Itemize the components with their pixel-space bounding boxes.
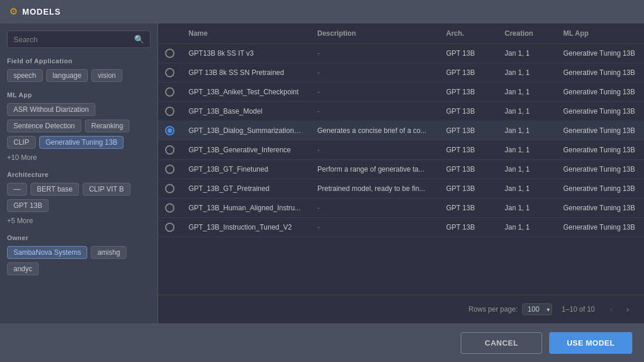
row-description: - xyxy=(310,146,439,154)
radio-button[interactable] xyxy=(165,68,174,77)
row-description: - xyxy=(310,107,439,115)
col-ml-app: ML App xyxy=(556,29,644,37)
row-creation: Jan 1, 1 xyxy=(498,146,556,154)
tag-reranking[interactable]: Reranking xyxy=(85,119,130,132)
row-select[interactable] xyxy=(158,223,181,232)
tag-speech[interactable]: speech xyxy=(7,69,43,82)
right-panel: Name Description Arch. Creation ML App O… xyxy=(158,23,644,323)
row-select[interactable] xyxy=(158,165,181,174)
col-arch: Arch. xyxy=(439,29,498,37)
row-name: GPT13B 8k SS IT v3 xyxy=(181,49,310,57)
architecture-tags: — BERT base CLIP VIT B GPT 13B xyxy=(7,183,150,212)
row-creation: Jan 1, 1 xyxy=(498,49,556,57)
header-title: MODELS xyxy=(22,7,61,16)
search-box[interactable]: 🔍 xyxy=(7,30,150,48)
table-header: Name Description Arch. Creation ML App O… xyxy=(158,23,644,44)
tag-generative-tuning[interactable]: Generative Tuning 13B xyxy=(39,136,124,149)
row-select[interactable] xyxy=(158,87,181,97)
table-row[interactable]: GPT_13B_Human_Aligned_Instru... - GPT 13… xyxy=(158,199,644,218)
table-row[interactable]: GPT_13B_Dialog_Summarization_... Generat… xyxy=(158,121,644,141)
row-description: Pretrained model, ready to be fin... xyxy=(310,185,439,193)
ml-app-section: ML App ASR Without Diarization Sentence … xyxy=(7,91,150,162)
architecture-section: Architecture — BERT base CLIP VIT B GPT … xyxy=(7,171,150,225)
row-select[interactable] xyxy=(158,49,181,58)
tag-vision[interactable]: vision xyxy=(91,69,122,82)
radio-button[interactable] xyxy=(165,145,174,155)
tag-language[interactable]: language xyxy=(46,69,88,82)
row-select[interactable] xyxy=(158,145,181,155)
tag-bert-base[interactable]: BERT base xyxy=(30,183,79,196)
row-description: - xyxy=(310,204,439,212)
table-row[interactable]: GPT_13B_Generative_Inference - GPT 13B J… xyxy=(158,141,644,160)
owner-label: Owner xyxy=(7,234,150,241)
radio-button[interactable] xyxy=(165,107,174,116)
radio-button[interactable] xyxy=(165,165,174,174)
ml-app-label: ML App xyxy=(7,91,150,98)
prev-page-button[interactable]: ‹ xyxy=(604,302,618,316)
pagination-info: 1–10 of 10 xyxy=(561,305,595,313)
row-select[interactable] xyxy=(158,68,181,77)
rows-per-page-select[interactable]: 100 50 25 xyxy=(522,303,552,315)
row-creation: Jan 1, 1 xyxy=(498,88,556,96)
table-row[interactable]: GPT 13B 8k SS SN Pretrained - GPT 13B Ja… xyxy=(158,63,644,83)
tag-amishg[interactable]: amishg xyxy=(91,246,126,259)
row-name: GPT_13B_GT_Pretrained xyxy=(181,185,310,193)
radio-button[interactable] xyxy=(165,87,174,97)
field-of-application-label: Field of Application xyxy=(7,57,150,64)
table-body: GPT13B 8k SS IT v3 - GPT 13B Jan 1, 1 Ge… xyxy=(158,44,644,295)
row-creation: Jan 1, 1 xyxy=(498,107,556,115)
table-row[interactable]: GPT_13B_Instruction_Tuned_V2 - GPT 13B J… xyxy=(158,218,644,237)
row-arch: GPT 13B xyxy=(439,127,498,135)
row-select[interactable] xyxy=(158,126,181,135)
next-page-button[interactable]: › xyxy=(621,302,635,316)
row-name: GPT_13B_GT_Finetuned xyxy=(181,165,310,173)
radio-button[interactable] xyxy=(165,184,174,193)
table-row[interactable]: GPT_13B_GT_Pretrained Pretrained model, … xyxy=(158,179,644,199)
radio-button[interactable] xyxy=(165,126,174,135)
row-arch: GPT 13B xyxy=(439,204,498,212)
row-name: GPT_13B_Aniket_Test_Checkpoint xyxy=(181,88,310,96)
radio-button[interactable] xyxy=(165,203,174,213)
table-footer: Rows per page: 100 50 25 1–10 of 10 ‹ › xyxy=(158,295,644,323)
table-row[interactable]: GPT_13B_Base_Model - GPT 13B Jan 1, 1 Ge… xyxy=(158,102,644,121)
radio-button[interactable] xyxy=(165,49,174,58)
modal-header: ⚙ MODELS xyxy=(0,0,644,23)
use-model-button[interactable]: USE MODEL xyxy=(549,332,632,354)
tag-sentence-detection[interactable]: Sentence Detection xyxy=(7,119,81,132)
row-select[interactable] xyxy=(158,107,181,116)
tag-sambanova[interactable]: SambaNova Systems xyxy=(7,246,87,259)
row-creation: Jan 1, 1 xyxy=(498,69,556,77)
row-arch: GPT 13B xyxy=(439,223,498,231)
tag-gpt-13b[interactable]: GPT 13B xyxy=(7,199,49,212)
row-arch: GPT 13B xyxy=(439,165,498,173)
rows-per-page: Rows per page: 100 50 25 xyxy=(468,303,552,315)
cancel-button[interactable]: CANCEL xyxy=(461,332,542,354)
ml-app-tags: ASR Without Diarization Sentence Detecti… xyxy=(7,103,150,149)
radio-button[interactable] xyxy=(165,223,174,232)
tag-clip-vit-b[interactable]: CLIP VIT B xyxy=(83,183,131,196)
row-ml-app: Generative Tuning 13B xyxy=(556,107,644,115)
row-select[interactable] xyxy=(158,184,181,193)
row-name: GPT_13B_Generative_Inference xyxy=(181,146,310,154)
ml-app-more[interactable]: +10 More xyxy=(7,153,150,162)
architecture-more[interactable]: +5 More xyxy=(7,217,150,225)
tag-andyc[interactable]: andyc xyxy=(7,262,39,275)
row-name: GPT_13B_Human_Aligned_Instru... xyxy=(181,204,310,212)
table-row[interactable]: GPT_13B_GT_Finetuned Perform a range of … xyxy=(158,160,644,179)
row-arch: GPT 13B xyxy=(439,88,498,96)
row-description: - xyxy=(310,223,439,231)
pagination-arrows: ‹ › xyxy=(604,302,635,316)
row-name: GPT_13B_Dialog_Summarization_... xyxy=(181,127,310,135)
tag-clip[interactable]: CLIP xyxy=(7,136,36,149)
tag-dash[interactable]: — xyxy=(7,183,27,196)
tag-asr[interactable]: ASR Without Diarization xyxy=(7,103,95,116)
table-row[interactable]: GPT_13B_Aniket_Test_Checkpoint - GPT 13B… xyxy=(158,83,644,102)
col-name: Name xyxy=(181,29,310,37)
row-ml-app: Generative Tuning 13B xyxy=(556,127,644,135)
search-input[interactable] xyxy=(13,35,129,44)
table-row[interactable]: GPT13B 8k SS IT v3 - GPT 13B Jan 1, 1 Ge… xyxy=(158,44,644,63)
row-select[interactable] xyxy=(158,203,181,213)
rows-select-wrapper[interactable]: 100 50 25 xyxy=(522,303,552,315)
owner-section: Owner SambaNova Systems amishg andyc xyxy=(7,234,150,275)
row-description: Perform a range of generative ta... xyxy=(310,165,439,173)
